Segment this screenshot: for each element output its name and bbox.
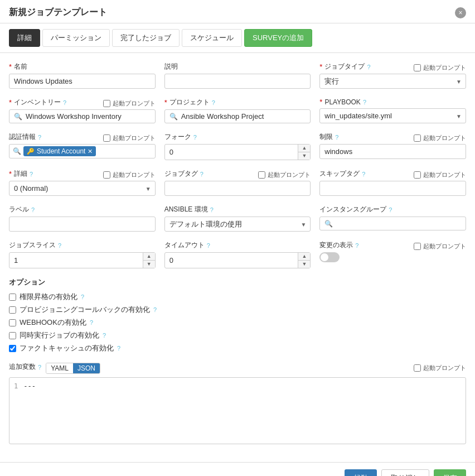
labels-input[interactable] (9, 217, 156, 232)
option-privilege-checkbox[interactable] (9, 294, 16, 301)
fork-spinner-btns: ▲ ▼ (298, 145, 310, 160)
tab-permissions[interactable]: パーミッション (42, 29, 110, 47)
job-tags-input[interactable] (164, 181, 311, 196)
limit-help-icon[interactable]: ? (335, 134, 338, 141)
playbook-select[interactable]: win_updates/site.yml (319, 108, 466, 123)
job-tags-prompt-checkbox[interactable] (258, 171, 265, 179)
yaml-json-toggle: YAML JSON (46, 363, 100, 374)
job-slicing-help-icon[interactable]: ? (58, 242, 61, 249)
limit-input[interactable] (319, 144, 466, 159)
job-tags-label: ジョブタグ ? (164, 169, 203, 179)
code-line-numbers: 1 (14, 382, 18, 439)
verbosity-prompt-checkbox[interactable] (103, 171, 110, 179)
credentials-prompt-checkbox[interactable] (103, 134, 110, 142)
skip-tags-prompt-checkbox[interactable] (414, 171, 421, 179)
skip-tags-help-icon[interactable]: ? (362, 171, 365, 177)
option-webhook-checkbox[interactable] (9, 319, 16, 326)
credentials-group: 認証情報 ? 起動プロンプト 🔍 🔑 Student Account ✕ (9, 132, 156, 160)
inventory-input[interactable] (26, 112, 151, 121)
tab-schedule[interactable]: スケジュール (182, 29, 242, 47)
fork-help-icon[interactable]: ? (193, 134, 197, 141)
job-slicing-down-button[interactable]: ▼ (143, 261, 155, 268)
job-type-help-icon[interactable]: ? (367, 64, 370, 70)
skip-tags-label: スキップタグ ? (319, 169, 365, 179)
show-changes-prompt-checkbox[interactable] (414, 243, 421, 250)
timeout-help-icon[interactable]: ? (207, 242, 210, 249)
inventory-prompt-checkbox[interactable] (103, 100, 110, 107)
verbosity-help-icon[interactable]: ? (30, 171, 33, 177)
option-provisioning-item: プロビジョニングコールバックの有効化 ? (9, 305, 466, 315)
show-changes-toggle[interactable] (319, 252, 340, 262)
project-help-icon[interactable]: ? (212, 99, 215, 106)
close-button[interactable]: × (455, 7, 466, 18)
option-provisioning-help-icon[interactable]: ? (153, 306, 157, 313)
verbosity-select[interactable]: 0 (Normal) (9, 181, 156, 196)
extra-vars-section: 追加変数 ? YAML JSON 起動プロンプト 1 --- (9, 362, 466, 444)
job-type-prompt-checkbox[interactable] (414, 64, 421, 71)
job-tags-launch-prompt: 起動プロンプト (258, 171, 311, 179)
job-slicing-spinner-wrapper: ▲ ▼ (9, 252, 156, 268)
job-tags-help-icon[interactable]: ? (200, 171, 203, 177)
limit-prompt-checkbox[interactable] (414, 134, 421, 142)
desc-input[interactable] (164, 74, 311, 89)
cancel-button[interactable]: 取り消し (381, 469, 429, 476)
code-editor[interactable]: 1 --- (9, 377, 466, 444)
option-provisioning-checkbox[interactable] (9, 306, 16, 314)
instance-groups-help-icon[interactable]: ? (389, 206, 392, 213)
option-fact-cache-checkbox[interactable] (9, 345, 16, 352)
job-slicing-input[interactable] (9, 253, 143, 267)
option-privilege-help-icon[interactable]: ? (81, 294, 84, 300)
credentials-tag-wrapper[interactable]: 🔍 🔑 Student Account ✕ (9, 144, 156, 158)
inventory-search-wrapper[interactable]: 🔍 (9, 109, 156, 123)
skip-tags-input[interactable] (319, 181, 466, 196)
option-concurrent-help-icon[interactable]: ? (103, 332, 106, 339)
option-concurrent-checkbox[interactable] (9, 332, 16, 339)
show-changes-help-icon[interactable]: ? (355, 242, 358, 249)
row-1: * 名前 説明 * ジョブタイプ ? (9, 62, 466, 89)
ansible-env-help-icon[interactable]: ? (210, 206, 214, 213)
extra-vars-header: 追加変数 ? YAML JSON 起動プロンプト (9, 362, 466, 374)
tab-completed[interactable]: 完了したジョブ (112, 29, 180, 47)
ansible-env-select[interactable]: デフォルト環境の使用 (164, 217, 311, 232)
project-input[interactable] (181, 112, 306, 121)
extra-vars-help-icon[interactable]: ? (38, 364, 41, 371)
start-button[interactable]: 起動 (345, 469, 377, 476)
option-webhook-help-icon[interactable]: ? (90, 319, 93, 326)
job-type-select[interactable]: 実行 チェック (319, 74, 466, 89)
job-type-label: * ジョブタイプ ? (319, 62, 370, 71)
json-button[interactable]: JSON (73, 363, 100, 373)
job-slicing-up-button[interactable]: ▲ (143, 253, 155, 261)
playbook-help-icon[interactable]: ? (363, 99, 366, 105)
inventory-search-icon: 🔍 (14, 113, 22, 121)
credentials-help-icon[interactable]: ? (38, 134, 41, 141)
option-fact-cache-help-icon[interactable]: ? (117, 345, 120, 352)
skip-tags-launch-prompt: 起動プロンプト (414, 171, 466, 179)
yaml-button[interactable]: YAML (46, 363, 73, 373)
project-search-wrapper[interactable]: 🔍 (164, 109, 311, 123)
code-content[interactable]: --- (23, 382, 461, 439)
fork-input[interactable] (165, 145, 298, 159)
extra-vars-prompt-checkbox[interactable] (414, 364, 421, 372)
inventory-help-icon[interactable]: ? (63, 99, 66, 106)
timeout-down-button[interactable]: ▼ (298, 261, 310, 268)
row-6: ジョブスライス ? ▲ ▼ タイムアウト ? (9, 241, 466, 268)
timeout-up-button[interactable]: ▲ (298, 253, 310, 261)
timeout-input[interactable] (165, 253, 298, 267)
modal-container: 新規ジョブテンプレート × 詳細 パーミッション 完了したジョブ スケジュール … (0, 0, 475, 476)
inventory-launch-prompt: 起動プロンプト (103, 99, 156, 108)
tab-details[interactable]: 詳細 (9, 29, 40, 47)
fork-up-button[interactable]: ▲ (298, 145, 310, 152)
instance-groups-input[interactable] (336, 219, 461, 228)
extra-vars-launch-prompt: 起動プロンプト (414, 364, 466, 372)
job-tags-group: ジョブタグ ? 起動プロンプト (164, 169, 311, 196)
skip-tags-group: スキップタグ ? 起動プロンプト (319, 169, 466, 196)
name-input[interactable] (9, 74, 156, 89)
tab-survey[interactable]: SURVEYの追加 (244, 29, 312, 47)
save-button[interactable]: 保存 (434, 469, 466, 476)
fork-down-button[interactable]: ▼ (298, 152, 310, 160)
instance-groups-search-wrapper[interactable]: 🔍 (319, 217, 466, 230)
tag-remove-button[interactable]: ✕ (88, 148, 93, 155)
labels-help-icon[interactable]: ? (31, 206, 35, 213)
tag-icon: 🔑 (27, 148, 35, 155)
name-label: * 名前 (9, 62, 27, 71)
